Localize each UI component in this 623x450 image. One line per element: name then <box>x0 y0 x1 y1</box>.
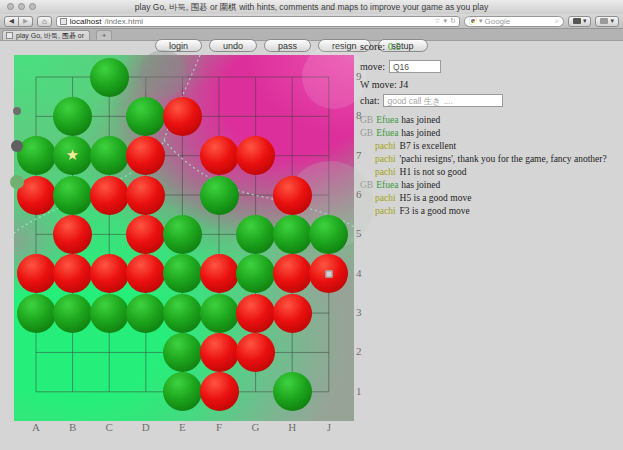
home-icon: ⌂ <box>42 17 47 26</box>
stone-F7[interactable] <box>200 136 239 175</box>
search-placeholder: Google <box>484 17 510 26</box>
dropdown-icon: ▾ <box>583 17 587 25</box>
row-label-2: 2 <box>356 345 368 357</box>
search-icon[interactable]: ⌕ <box>555 17 559 25</box>
stone-D6[interactable] <box>126 176 165 215</box>
home-button[interactable]: ⌂ <box>37 16 52 27</box>
stone-F1[interactable] <box>200 372 239 411</box>
stone-C3[interactable] <box>90 294 129 333</box>
search-box[interactable]: ▾ Google ⌕ <box>464 16 564 27</box>
back-icon: ◀ <box>9 17 14 25</box>
url-host: localhost <box>70 17 102 26</box>
panel-icon <box>573 18 581 24</box>
star-marker-B7: ★ <box>66 145 79 163</box>
col-label-A: A <box>28 421 44 433</box>
page-favicon-icon <box>60 18 67 25</box>
window-titlebar: play Go, 바둑, 围碁 or 圍棋 with hints, commen… <box>0 0 623 15</box>
move-input[interactable]: Q16 <box>389 60 441 73</box>
forward-button[interactable]: ▶ <box>19 16 33 27</box>
chat-message: pachiH5 is a good move <box>360 192 620 205</box>
stone-H5[interactable] <box>273 215 312 254</box>
forward-icon: ▶ <box>23 17 28 25</box>
stone-F4[interactable] <box>200 254 239 293</box>
goban[interactable]: ★ <box>14 55 354 421</box>
stone-D8[interactable] <box>126 97 165 136</box>
col-label-C: C <box>101 421 117 433</box>
stone-B6[interactable] <box>53 176 92 215</box>
stone-D3[interactable] <box>126 294 165 333</box>
chat-message: GBEfueahas joined <box>360 179 620 192</box>
stone-A3[interactable] <box>17 294 56 333</box>
row-label-4: 4 <box>356 267 368 279</box>
indicator-dot-3 <box>10 175 24 189</box>
chat-input[interactable]: good call 生き .... <box>383 94 503 107</box>
chat-message: GBEfueahas joined <box>360 114 620 127</box>
col-label-G: G <box>248 421 264 433</box>
chat-message: pachiF3 is a good move <box>360 205 620 218</box>
google-logo-icon <box>469 17 477 25</box>
stone-F2[interactable] <box>200 333 239 372</box>
square-marker-J4 <box>325 270 332 277</box>
move-row: move: Q16 <box>360 60 441 73</box>
toolbar-extra-button-2[interactable]: ▾ <box>595 16 619 27</box>
undo-button[interactable]: undo <box>209 39 257 52</box>
score-line: score: 0.5 <box>360 41 401 52</box>
stone-G7[interactable] <box>236 136 275 175</box>
stone-C4[interactable] <box>90 254 129 293</box>
chat-message: pachiB7 is excellent <box>360 140 620 153</box>
stone-C7[interactable] <box>90 136 129 175</box>
stone-F3[interactable] <box>200 294 239 333</box>
stone-G5[interactable] <box>236 215 275 254</box>
score-value: 0.5 <box>388 41 401 52</box>
row-label-6: 6 <box>356 188 368 200</box>
browser-window: play Go, 바둑, 围碁 or 圍棋 with hints, commen… <box>0 0 623 450</box>
stone-D5[interactable] <box>126 215 165 254</box>
stone-B3[interactable] <box>53 294 92 333</box>
stone-H6[interactable] <box>273 176 312 215</box>
stone-E3[interactable] <box>163 294 202 333</box>
browser-navbar: ◀ ▶ ⌂ localhost/index.html ☆ ▾ ↻ ▾ Googl… <box>0 14 623 29</box>
stone-F6[interactable] <box>200 176 239 215</box>
chat-row: chat: good call 生き .... <box>360 94 503 107</box>
back-button[interactable]: ◀ <box>4 16 19 27</box>
toolbar-extra-button-1[interactable]: ▾ <box>568 16 592 27</box>
stone-E4[interactable] <box>163 254 202 293</box>
search-engine-dropdown-icon[interactable]: ▾ <box>479 17 483 25</box>
stone-H1[interactable] <box>273 372 312 411</box>
stone-E8[interactable] <box>163 97 202 136</box>
tab-play-go[interactable]: play Go, 바둑, 围碁 or 圍棋 with h... <box>2 30 90 40</box>
stone-C9[interactable] <box>90 58 129 97</box>
tab-favicon-icon <box>6 32 13 39</box>
stone-J5[interactable] <box>309 215 348 254</box>
stone-A4[interactable] <box>17 254 56 293</box>
url-dropdown-icon[interactable]: ▾ <box>444 17 448 25</box>
reload-icon[interactable]: ↻ <box>450 17 456 25</box>
dropdown-icon: ▾ <box>610 17 614 25</box>
row-label-3: 3 <box>356 306 368 318</box>
col-label-E: E <box>174 421 190 433</box>
stone-A7[interactable] <box>17 136 56 175</box>
new-tab-button[interactable]: + <box>96 30 112 40</box>
chat-label: chat: <box>360 95 379 106</box>
url-bar[interactable]: localhost/index.html ☆ ▾ ↻ <box>56 16 460 27</box>
tab-title: play Go, 바둑, 围碁 or 圍棋 with h... <box>16 31 86 41</box>
score-label: score: <box>360 41 385 52</box>
stone-E5[interactable] <box>163 215 202 254</box>
stone-B8[interactable] <box>53 97 92 136</box>
widget-icon <box>600 18 608 24</box>
col-label-J: J <box>321 421 337 433</box>
stone-E2[interactable] <box>163 333 202 372</box>
row-label-9: 9 <box>356 70 368 82</box>
stone-B5[interactable] <box>53 215 92 254</box>
stone-C6[interactable] <box>90 176 129 215</box>
pass-button[interactable]: pass <box>264 39 311 52</box>
bookmark-star-icon[interactable]: ☆ <box>434 17 440 25</box>
stone-G2[interactable] <box>236 333 275 372</box>
row-label-8: 8 <box>356 109 368 121</box>
col-label-H: H <box>284 421 300 433</box>
stone-E1[interactable] <box>163 372 202 411</box>
stone-H3[interactable] <box>273 294 312 333</box>
stone-H4[interactable] <box>273 254 312 293</box>
stone-G3[interactable] <box>236 294 275 333</box>
chat-log: GBEfueahas joinedGBEfueahas joinedpachiB… <box>360 114 620 218</box>
